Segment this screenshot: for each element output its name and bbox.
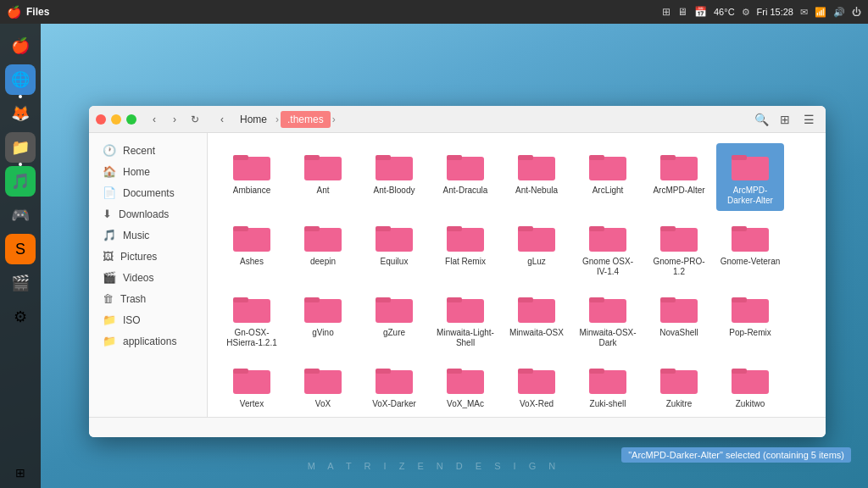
folder-item[interactable]: Minwaita-OSX-Dark (574, 286, 642, 353)
folder-item[interactable]: ArcMPD-Darker-Alter (716, 143, 784, 211)
minimize-button[interactable] (111, 114, 121, 125)
folder-label: gZure (383, 328, 405, 338)
folder-item[interactable]: Minwaita-Light-Shell (431, 286, 499, 353)
folder-icon (730, 219, 771, 253)
applications-icon: 📁 (103, 335, 116, 347)
folder-icon (231, 148, 272, 182)
folder-item[interactable]: Ant-Dracula (431, 143, 499, 211)
sidebar-item-music[interactable]: 🎵 Music (92, 225, 203, 246)
svg-rect-1 (233, 155, 248, 160)
folder-label: ArcLight (593, 186, 624, 196)
breadcrumb-sep: › (275, 114, 279, 125)
folder-icon (374, 291, 415, 324)
sidebar-item-videos[interactable]: 🎬 Videos (92, 267, 203, 288)
folder-item[interactable]: Ashes (218, 214, 286, 282)
folder-icon (516, 148, 557, 182)
folder-item[interactable]: VoX-Darker (360, 357, 428, 414)
folder-label: gLuz (527, 257, 546, 267)
nav-back-button[interactable]: ‹ (145, 110, 164, 129)
folder-item[interactable]: VoX_MAc (431, 357, 499, 414)
close-button[interactable] (96, 114, 106, 125)
search-button[interactable]: 🔍 (751, 109, 771, 130)
sidebar-item-home[interactable]: 🏠 Home (92, 161, 203, 182)
folder-item[interactable]: VoX (289, 357, 357, 414)
folder-item[interactable]: gVino (289, 286, 357, 353)
svg-rect-58 (589, 370, 626, 394)
home-icon: 🏠 (103, 165, 116, 178)
sidebar-item-applications[interactable]: 📁 applications (92, 330, 203, 352)
folder-label: Gn-OSX-HSierra-1.2.1 (221, 328, 282, 348)
dock-item-chrome[interactable]: 🌐 (5, 64, 36, 95)
folder-item[interactable]: Ant-Nebula (503, 143, 570, 211)
sidebar-item-trash[interactable]: 🗑 Trash (92, 288, 203, 309)
file-manager-window: ‹ › ↻ ‹ Home › .themes › 🔍 ⊞ ☰ (89, 106, 826, 437)
nav-reload-button[interactable]: ↻ (186, 110, 204, 129)
folder-item[interactable]: Gnome-PRO-1.2 (645, 214, 713, 282)
folder-icon (374, 148, 415, 182)
dock-item-games[interactable]: 🎮 (5, 200, 36, 230)
folder-item[interactable]: Minwaita-OSX (503, 286, 570, 353)
menu-button[interactable]: ☰ (798, 109, 819, 130)
svg-rect-19 (304, 226, 320, 231)
folder-item[interactable]: Ambiance (218, 143, 286, 211)
folder-item[interactable]: Ant-Bloody (360, 143, 428, 211)
svg-rect-25 (518, 226, 533, 231)
svg-rect-29 (660, 226, 676, 231)
dock-item-apps[interactable]: ⊞ (5, 458, 36, 488)
folder-icon (445, 219, 486, 253)
folder-icon (445, 291, 486, 324)
folder-item[interactable]: Zukitwo (716, 357, 784, 414)
sidebar-item-recent[interactable]: 🕐 Recent (92, 140, 203, 161)
folder-item[interactable]: NovaShell (645, 286, 713, 353)
folder-label: gVino (312, 328, 333, 338)
panel-right: ⊞ 🖥 📅 46°C ⚙ Fri 15:28 ✉ 📶 🔊 ⏻ (662, 6, 861, 18)
folder-item[interactable]: Gnome-Veteran (716, 214, 784, 282)
dock-item-apple[interactable]: 🍎 (5, 30, 36, 61)
folder-item[interactable]: Gn-OSX-HSierra-1.2.1 (218, 286, 286, 353)
music-icon: 🎵 (103, 229, 116, 241)
svg-rect-6 (447, 157, 484, 180)
breadcrumb-home[interactable]: Home (233, 111, 274, 128)
dock-item-files[interactable]: 📁 (5, 132, 36, 163)
sidebar-item-downloads[interactable]: ⬇ Downloads (92, 203, 203, 225)
folder-item[interactable]: Flat Remix (431, 214, 499, 282)
view-toggle-button[interactable]: ⊞ (775, 109, 795, 130)
maximize-button[interactable] (126, 114, 136, 125)
folder-item[interactable]: Equilux (360, 214, 428, 282)
folder-item[interactable]: Zuki-shell (574, 357, 642, 414)
svg-rect-49 (233, 369, 248, 374)
dock-item-vlc[interactable]: 🎬 (5, 268, 36, 298)
sidebar-item-pictures[interactable]: 🖼 Pictures (92, 246, 203, 267)
folder-label: VoX_MAc (447, 399, 484, 409)
folder-item[interactable]: Pop-Remix (716, 286, 784, 353)
nav-prev-button[interactable]: ‹ (213, 110, 231, 129)
folder-item[interactable]: ArcLight (574, 143, 642, 211)
svg-rect-42 (589, 299, 626, 323)
sidebar-label-videos: Videos (123, 272, 153, 284)
sidebar-item-iso[interactable]: 📁 ISO (92, 309, 203, 330)
folder-item[interactable]: ArcMPD-Alter (645, 143, 713, 211)
svg-rect-61 (660, 369, 676, 374)
breadcrumb-themes[interactable]: .themes (281, 111, 331, 128)
folder-item[interactable]: gLuz (503, 214, 570, 282)
folder-item[interactable]: Gnome OSX-IV-1.4 (574, 214, 642, 282)
folder-item[interactable]: deepin (289, 214, 357, 282)
folder-label: Pop-Remix (729, 328, 771, 338)
downloads-icon: ⬇ (103, 208, 112, 220)
sidebar-item-documents[interactable]: 📄 Documents (92, 182, 203, 203)
nav-forward-button[interactable]: › (165, 110, 184, 129)
dock-item-settings[interactable]: ⚙ (5, 302, 36, 332)
sidebar-label-trash: Trash (120, 293, 146, 305)
dock-item-sublime[interactable]: S (5, 234, 36, 264)
dock-item-spotify[interactable]: 🎵 (5, 166, 36, 197)
folder-item[interactable]: gZure (360, 286, 428, 353)
folder-icon (587, 148, 628, 182)
folder-item[interactable]: VoX-Red (503, 357, 570, 414)
window-controls (96, 114, 136, 125)
folder-icon (303, 148, 343, 182)
dock-item-firefox[interactable]: 🦊 (5, 98, 36, 129)
folder-label: Ant-Dracula (443, 186, 488, 196)
folder-item[interactable]: Vertex (218, 357, 286, 414)
folder-item[interactable]: Ant (289, 143, 357, 211)
folder-item[interactable]: Zukitre (645, 357, 713, 414)
